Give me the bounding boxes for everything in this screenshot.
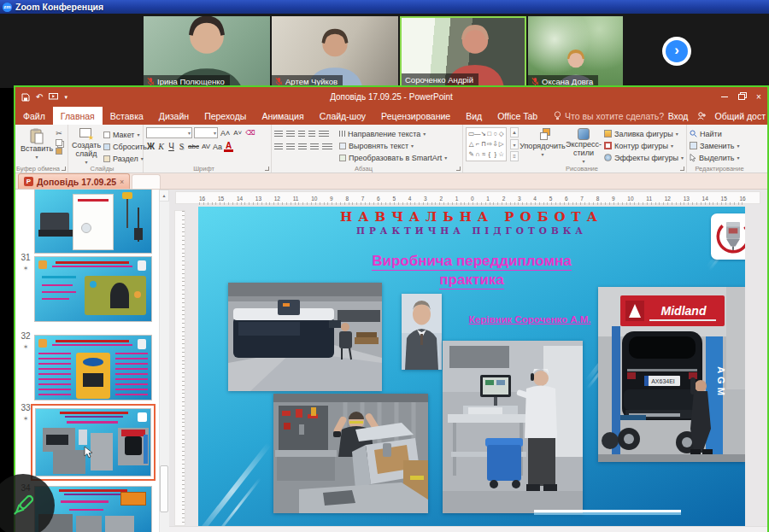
- shape-icon-0[interactable]: ▭: [468, 131, 474, 137]
- select-button[interactable]: Выделить▾: [690, 152, 756, 163]
- font-button-1[interactable]: К: [156, 141, 166, 152]
- text-direction-button[interactable]: Направление текста▾: [339, 128, 447, 139]
- shape-icon-3[interactable]: □: [488, 131, 492, 137]
- quick-styles-button[interactable]: Экспресс-стили ▾: [566, 127, 602, 165]
- slide-supervisor-text[interactable]: Керівник Сороченко А.М.: [449, 314, 611, 324]
- reset-button[interactable]: Сбросить: [103, 141, 147, 152]
- close-button[interactable]: ×: [750, 87, 767, 107]
- slide-title[interactable]: НАВЧАЛЬНА РОБОТА: [198, 209, 745, 225]
- align-right-icon[interactable]: [298, 143, 307, 149]
- share-button[interactable]: Общий дост: [715, 111, 766, 121]
- shape-icon-9[interactable]: ⇨: [487, 141, 492, 148]
- photo-laser-cutting-machine[interactable]: [228, 283, 382, 391]
- college-logo[interactable]: [711, 213, 745, 260]
- font-button-2[interactable]: Ч: [167, 141, 176, 152]
- powerpoint-titlebar[interactable]: ↶ ▾ Доповідь 17.09.25 - PowerPoint ×: [15, 87, 767, 107]
- tab-слайд-шоу[interactable]: Слайд-шоу: [312, 107, 373, 125]
- indent-decrease-icon[interactable]: [298, 131, 305, 137]
- shape-icon-14[interactable]: ≈: [482, 151, 485, 158]
- shape-icon-12[interactable]: ✎: [468, 151, 473, 158]
- document-tab-close-icon[interactable]: ×: [120, 178, 124, 186]
- bullets-icon[interactable]: [274, 131, 283, 137]
- shape-icon-5[interactable]: ◇: [499, 131, 504, 137]
- font-button-7[interactable]: А: [224, 141, 233, 152]
- paragraph-dialog-launcher[interactable]: [456, 167, 461, 171]
- shrink-font-button[interactable]: А˅: [232, 127, 243, 138]
- section-button[interactable]: Раздел▾: [103, 153, 147, 164]
- participant-tile-4[interactable]: Оксана Довга: [528, 16, 623, 88]
- tab-переходы[interactable]: Переходы: [197, 107, 254, 125]
- slide-divider-line[interactable]: [534, 510, 681, 512]
- indent-increase-icon[interactable]: [308, 131, 315, 137]
- font-button-4[interactable]: abc: [187, 141, 200, 152]
- participant-tile-1[interactable]: Ірина Полющенко: [144, 16, 270, 88]
- vertical-ruler[interactable]: [174, 210, 185, 526]
- replace-button[interactable]: Заменить▾: [690, 140, 756, 151]
- shape-icon-7[interactable]: ⌐: [476, 141, 479, 148]
- shapes-up-icon[interactable]: ▲: [510, 127, 519, 137]
- clipboard-dialog-launcher[interactable]: [62, 167, 66, 171]
- thumbnail-slide-31[interactable]: [34, 256, 152, 322]
- photo-supervisor-portrait[interactable]: [402, 294, 442, 370]
- thumbnail-slide-30[interactable]: [34, 190, 152, 254]
- font-button-5[interactable]: AV: [201, 141, 211, 152]
- minimize-button[interactable]: [716, 87, 733, 107]
- align-center-icon[interactable]: [286, 143, 295, 149]
- font-button-6[interactable]: Aa: [212, 141, 223, 152]
- align-left-icon[interactable]: [274, 143, 283, 149]
- tab-анимация[interactable]: Анимация: [254, 107, 311, 125]
- tab-дизайн[interactable]: Дизайн: [151, 107, 197, 125]
- participant-tile-2[interactable]: Артем Чуйков: [272, 16, 398, 88]
- horizontal-ruler[interactable]: 1615141312111098765432101234567891011121…: [175, 191, 760, 204]
- tab-рецензирование[interactable]: Рецензирование: [373, 107, 458, 125]
- photo-car-on-lift[interactable]: Midland AGM AX634EI: [598, 287, 745, 462]
- shape-effects-button[interactable]: Эффекты фигуры▾: [604, 152, 684, 163]
- line-spacing-icon[interactable]: [319, 131, 329, 137]
- font-button-0[interactable]: Ж: [146, 141, 156, 152]
- new-slide-button[interactable]: Создать слайд ▾: [71, 127, 102, 166]
- font-dialog-launcher[interactable]: [265, 167, 269, 171]
- columns-icon[interactable]: [322, 143, 332, 149]
- thumbnail-slide-32[interactable]: [34, 335, 152, 400]
- copy-icon[interactable]: [56, 139, 62, 146]
- grow-font-button[interactable]: А˄: [220, 127, 231, 138]
- restore-button[interactable]: [733, 87, 750, 107]
- align-text-button[interactable]: Выровнять текст▾: [339, 140, 447, 151]
- thumbnail-scroll-up[interactable]: ▲: [159, 190, 169, 202]
- shape-icon-13[interactable]: ∩: [475, 151, 479, 158]
- drawing-dialog-launcher[interactable]: [680, 167, 684, 171]
- shapes-more-icon[interactable]: ≡: [510, 151, 519, 161]
- shape-icon-8[interactable]: ⊓: [481, 141, 486, 148]
- shape-icon-1[interactable]: —: [474, 131, 481, 137]
- shape-icon-11[interactable]: ▷: [499, 141, 504, 148]
- thumbnail-slide-33-selected[interactable]: [35, 408, 151, 476]
- shape-icon-2[interactable]: ↘: [481, 131, 486, 137]
- tab-office-tab[interactable]: Office Tab: [490, 107, 545, 125]
- layout-button[interactable]: Макет▾: [103, 129, 147, 140]
- shape-icon-4[interactable]: ○: [493, 131, 497, 137]
- shape-icon-16[interactable]: }: [494, 151, 496, 158]
- shapes-down-icon[interactable]: ▾: [510, 139, 519, 149]
- arrange-button[interactable]: Упорядочить ▾: [522, 127, 563, 165]
- tell-me-box[interactable]: Что вы хотите сделать?: [545, 107, 664, 125]
- tab-вид[interactable]: Вид: [458, 107, 490, 125]
- convert-smartart-button[interactable]: Преобразовать в SmartArt▾: [339, 152, 447, 163]
- font-name-combo[interactable]: ▾: [146, 127, 192, 138]
- shape-icon-10[interactable]: ⇩: [493, 141, 498, 148]
- next-participants-button[interactable]: ›: [666, 40, 688, 62]
- document-tab-stub[interactable]: [132, 174, 161, 189]
- shape-icon-6[interactable]: △: [469, 141, 474, 148]
- font-size-combo[interactable]: ▾: [194, 127, 218, 138]
- thumbnail-scroll-thumb[interactable]: [160, 465, 168, 512]
- cut-icon[interactable]: ✂: [56, 129, 62, 137]
- shape-icon-17[interactable]: ☆: [498, 151, 504, 158]
- shape-outline-button[interactable]: Контур фигуры▾: [604, 140, 684, 151]
- participant-tile-3[interactable]: Сороченко Андрій: [400, 16, 526, 88]
- zoom-titlebar[interactable]: zm Zoom Конференция: [0, 0, 769, 14]
- format-painter-icon[interactable]: [56, 148, 62, 155]
- tab-главная[interactable]: Главная: [53, 107, 103, 125]
- photo-metal-workshop[interactable]: [273, 394, 428, 513]
- tab-вставка[interactable]: Вставка: [103, 107, 151, 125]
- tab-файл[interactable]: Файл: [15, 107, 53, 125]
- font-button-3[interactable]: S: [177, 141, 186, 152]
